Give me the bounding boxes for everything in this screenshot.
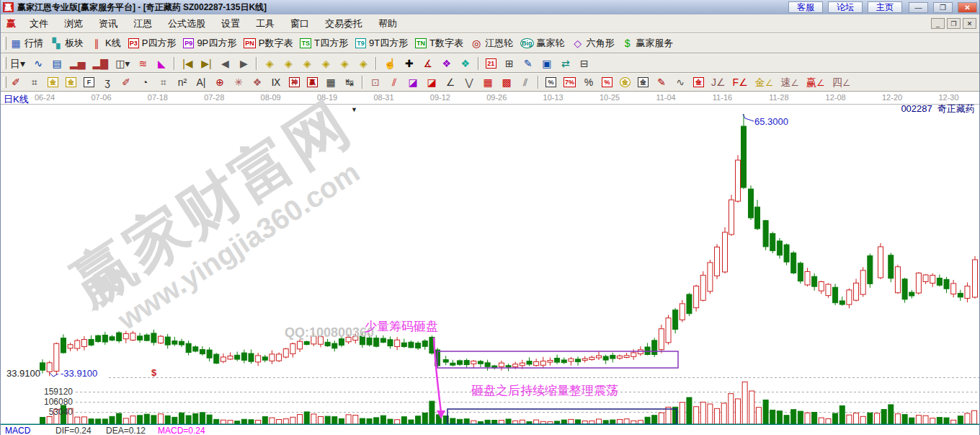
color-chart-button[interactable]: ◣ — [152, 56, 171, 71]
menu-item-2[interactable]: 浏览 — [56, 14, 91, 33]
brush-tool[interactable]: ✐ — [6, 75, 25, 89]
gold-grid-tool-1[interactable]: 金 — [44, 76, 62, 89]
red-gridbox-tool[interactable]: ▩ — [497, 75, 516, 89]
percent-box-tool[interactable]: % — [542, 76, 560, 89]
winner-service-button[interactable]: $赢家服务 — [618, 35, 677, 51]
next-button[interactable]: ▶ — [234, 56, 253, 71]
percent7-tool[interactable]: 7% — [560, 76, 579, 89]
menu-item-7[interactable]: 工具 — [248, 14, 282, 33]
n2-tool[interactable]: n² — [173, 75, 192, 89]
menu-item-3[interactable]: 资讯 — [91, 14, 125, 33]
close-button[interactable]: ✕ — [958, 2, 977, 13]
span-tool[interactable]: ↹ — [340, 75, 359, 89]
fan-box-red-tool[interactable]: ◪ — [422, 75, 441, 89]
percent-tool[interactable]: % — [579, 75, 598, 89]
target-tool[interactable]: ⊕ — [210, 75, 229, 89]
f-angle-tool[interactable]: F∠ — [729, 75, 752, 89]
calendar-button[interactable]: 21 — [482, 57, 500, 70]
gann-tool-purple-button[interactable]: ❖ — [437, 56, 456, 71]
diamond-expand-button[interactable]: ◈ — [335, 56, 354, 71]
dropdown-marker-icon[interactable]: ▼ — [351, 106, 357, 113]
gold-line-tool[interactable]: 金 — [634, 76, 652, 89]
red-grid-tool[interactable]: ▦ — [478, 75, 497, 89]
gold-circle-tool[interactable]: 金 — [616, 76, 634, 89]
grid-line-tool[interactable]: ⌗ — [25, 75, 44, 89]
web-star-tool[interactable]: ✳ — [229, 75, 248, 89]
gann-tool-teal-button[interactable]: ❖ — [456, 56, 475, 71]
diamond-left-button[interactable]: ◈ — [260, 56, 279, 71]
forum-button[interactable]: 论坛 — [828, 1, 863, 13]
win-angle-tool[interactable]: 赢∠ — [803, 75, 829, 89]
god-grid-tool[interactable]: 神 — [285, 76, 303, 89]
kprime-tool[interactable]: Ⅸ — [267, 75, 285, 89]
winner-wheel-button[interactable]: Big赢家轮 — [517, 35, 569, 51]
angle-fan-tool[interactable]: ∠ — [441, 75, 460, 89]
minimize-button[interactable]: — — [909, 2, 928, 13]
restore-button[interactable]: ❐ — [933, 2, 953, 13]
info-list-button[interactable]: ▤ — [48, 56, 66, 71]
menu-item-6[interactable]: 设置 — [213, 14, 248, 33]
diamond-cross-button[interactable]: ◈ — [316, 56, 335, 71]
menu-item-9[interactable]: 交易委托 — [317, 14, 370, 33]
candle-dropdown[interactable]: ◫▾ — [112, 56, 133, 71]
minchart3-button[interactable]: ▂▅ — [66, 56, 89, 71]
pen-note-tool[interactable]: ✎ — [652, 75, 671, 89]
t9-square-button[interactable]: T99T四方形 — [352, 35, 411, 51]
chart-area[interactable]: 06-2407-0607-1807-2808-0908-1908-3109-12… — [1, 92, 979, 435]
gold-angle-tool[interactable]: 金∠ — [752, 75, 778, 89]
web-square-tool[interactable]: ❖ — [248, 75, 267, 89]
parallel-tool[interactable]: ⫽ — [516, 75, 535, 89]
gann-wheel-button[interactable]: ◎江恩轮 — [467, 35, 517, 51]
ruler-tool[interactable]: ▦ — [321, 75, 340, 89]
trend-chart-button[interactable]: ∿ — [29, 56, 48, 71]
speed-angle-tool[interactable]: 速∠ — [777, 75, 803, 89]
kline-button[interactable]: ∥K线 — [87, 35, 125, 51]
text-tool[interactable]: A| — [192, 75, 210, 89]
calculator-button[interactable]: ⊞ — [500, 56, 519, 71]
quote-button[interactable]: ▦行情 — [6, 35, 47, 51]
four-angle-tool[interactable]: 四∠ — [829, 75, 855, 89]
notepad-button[interactable]: ✎ — [519, 56, 538, 71]
arc-tool[interactable]: ʒ — [98, 75, 117, 89]
customer-service-button[interactable]: 客服 — [788, 1, 823, 13]
sector-button[interactable]: ▚板块 — [47, 35, 87, 51]
macd-label[interactable]: MACD — [5, 426, 30, 435]
last-button[interactable]: ▶| — [197, 56, 215, 71]
first-button[interactable]: |◀ — [178, 56, 197, 71]
diamond-v-button[interactable]: ◈ — [354, 56, 373, 71]
hand-tool-button[interactable]: ☝ — [380, 56, 399, 71]
hexagon-button[interactable]: ◇六角形 — [569, 35, 618, 51]
brush2-tool[interactable]: ✐ — [117, 75, 135, 89]
j-angle-tool[interactable]: J∠ — [708, 75, 729, 89]
fibo-grid-tool[interactable]: F — [80, 76, 98, 89]
diamond-h-button[interactable]: ◈ — [298, 56, 316, 71]
child-minimize-button[interactable]: _ — [931, 18, 945, 29]
network-button[interactable]: ⇄ — [556, 56, 575, 71]
cycle-circle-tool[interactable]: ◔ — [135, 75, 154, 89]
percent-line-tool[interactable]: % — [598, 76, 616, 89]
p-number-button[interactable]: PNP数字表 — [240, 35, 296, 51]
t-square-button[interactable]: TST四方形 — [296, 35, 351, 51]
homepage-button[interactable]: 主页 — [868, 1, 902, 13]
gold-grid-tool-2[interactable]: 金 — [62, 76, 80, 89]
child-close-button[interactable]: ✕ — [963, 18, 976, 29]
menu-item-4[interactable]: 江恩 — [125, 14, 160, 33]
minchart9-button[interactable]: ▂▇ — [89, 56, 112, 71]
child-restore-button[interactable]: ❐ — [947, 18, 961, 29]
gold-line-red-tool[interactable]: 金 — [690, 76, 708, 89]
ray-fan-tool[interactable]: ⫽ — [385, 75, 404, 89]
menu-item-10[interactable]: 帮助 — [370, 14, 405, 33]
print-button[interactable]: ⊟ — [575, 56, 594, 71]
save-button[interactable]: ▣ — [538, 56, 556, 71]
p9-square-button[interactable]: P99P四方形 — [179, 35, 240, 51]
wave-tool[interactable]: ⋁ — [460, 75, 478, 89]
fan-box-purple-tool[interactable]: ◪ — [404, 75, 422, 89]
menu-item-8[interactable]: 窗口 — [282, 14, 317, 33]
chips-button[interactable]: ≋ — [133, 56, 152, 71]
wave-a-tool[interactable]: ∿ — [671, 75, 690, 89]
box-tool[interactable]: ⊡ — [366, 75, 385, 89]
menu-item-5[interactable]: 公式选股 — [160, 14, 213, 33]
measure-button[interactable]: ∡ — [419, 56, 437, 71]
hash-tool[interactable]: ⌗ — [154, 75, 173, 89]
t-number-button[interactable]: TNT数字表 — [411, 35, 467, 51]
